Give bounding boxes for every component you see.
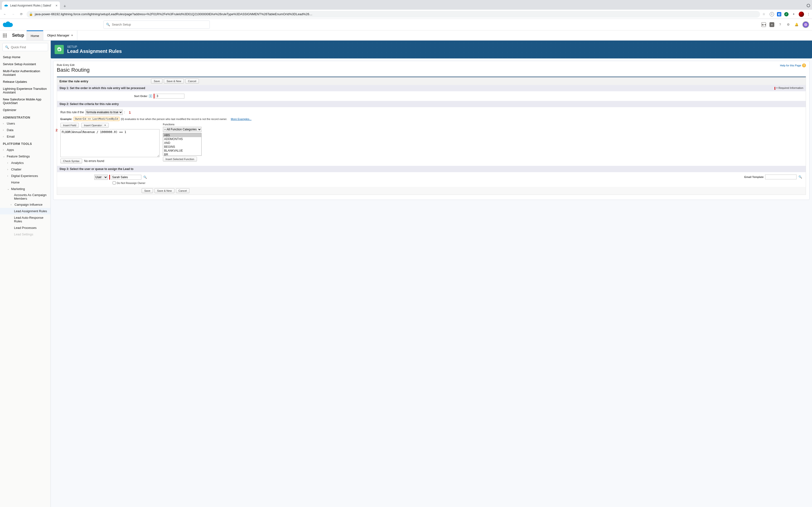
lookup-icon[interactable]: 🔍 bbox=[798, 175, 802, 179]
rule-title: Basic Routing bbox=[57, 67, 90, 73]
criteria-type-select[interactable]: formula evaluates to true bbox=[85, 110, 123, 115]
sidebar-item-analytics[interactable]: ›Analytics bbox=[0, 160, 51, 166]
run-rule-label: Run this rule if the bbox=[60, 111, 84, 114]
email-template-label: Email Template bbox=[744, 175, 764, 178]
help-link[interactable]: Help for this Page ? bbox=[780, 63, 806, 67]
formula-textarea[interactable]: FLOOR(AnnualRevenue / 1000000.0) == 1 bbox=[60, 129, 159, 157]
insert-field-button[interactable]: Insert Field bbox=[60, 123, 79, 128]
chrome-menu-icon[interactable]: ⋮ bbox=[807, 12, 810, 16]
info-extension-icon[interactable]: i bbox=[770, 12, 774, 16]
tab-object-manager[interactable]: Object Manager▼ bbox=[43, 31, 77, 40]
back-button[interactable]: ← bbox=[2, 11, 8, 17]
insert-selected-function-button[interactable]: Insert Selected Function bbox=[163, 157, 197, 162]
save-new-button-bottom[interactable]: Save & New bbox=[154, 188, 174, 193]
quick-find-placeholder: Quick Find bbox=[11, 45, 26, 49]
assign-user-input[interactable] bbox=[111, 175, 141, 180]
help-icon: ? bbox=[802, 63, 806, 67]
sidebar-item-campaign-influence[interactable]: ›Campaign Influence bbox=[0, 201, 51, 208]
function-item[interactable]: AND bbox=[163, 141, 201, 145]
page-eyebrow: SETUP bbox=[67, 45, 122, 49]
breadcrumb: Rule Entry Edit bbox=[57, 63, 90, 66]
save-new-button[interactable]: Save & New bbox=[164, 79, 184, 83]
sidebar-item-data[interactable]: ›Data bbox=[0, 127, 51, 133]
extensions-puzzle-icon[interactable]: ✦ bbox=[792, 12, 796, 16]
quick-find-input[interactable]: 🔍 Quick Find bbox=[2, 43, 48, 51]
chevron-down-icon: ▼ bbox=[103, 124, 106, 126]
save-button-bottom[interactable]: Save bbox=[142, 188, 153, 193]
reload-button[interactable]: ⟳ bbox=[18, 11, 24, 17]
save-button[interactable]: Save bbox=[151, 79, 162, 83]
sidebar-item-marketing[interactable]: ⌄Marketing bbox=[0, 186, 51, 192]
new-tab-button[interactable]: + bbox=[61, 3, 68, 10]
function-item[interactable]: ADDMONTHS bbox=[163, 137, 201, 141]
sidebar-item[interactable]: Service Setup Assistant bbox=[0, 61, 51, 68]
email-template-input[interactable] bbox=[765, 175, 797, 179]
section-enter-rule: Enter the rule entry Save Save & New Can… bbox=[57, 77, 806, 85]
assign-type-select[interactable]: User bbox=[94, 175, 108, 180]
sidebar-item[interactable]: Optimizer bbox=[0, 107, 51, 113]
sort-order-input[interactable] bbox=[155, 94, 185, 99]
check-syntax-button[interactable]: Check Syntax bbox=[60, 159, 82, 163]
search-icon: 🔍 bbox=[106, 23, 110, 26]
help-icon[interactable]: ? bbox=[778, 22, 782, 27]
browser-tab[interactable]: Lead Assignment Rules | Salesf × bbox=[2, 1, 60, 10]
do-not-reassign-checkbox[interactable] bbox=[113, 181, 116, 184]
sidebar-item-lead-auto-response[interactable]: Lead Auto-Response Rules bbox=[0, 214, 51, 225]
account-indicator[interactable] bbox=[807, 4, 810, 7]
cancel-button[interactable]: Cancel bbox=[185, 79, 199, 83]
function-list[interactable]: ABS ADDMONTHS AND BEGINS BLANKVALUE BR bbox=[163, 133, 202, 156]
sidebar-item-digital-experiences[interactable]: ›Digital Experiences bbox=[0, 173, 51, 179]
lookup-icon[interactable]: 🔍 bbox=[143, 175, 147, 179]
sidebar-item-lead-settings[interactable]: Lead Settings bbox=[0, 231, 51, 237]
sidebar-item-lead-processes[interactable]: Lead Processes bbox=[0, 225, 51, 231]
function-item[interactable]: BR bbox=[163, 153, 201, 156]
salesforce-logo[interactable] bbox=[3, 21, 13, 28]
sidebar-item-lead-assignment-rules[interactable]: Lead Assignment Rules bbox=[0, 208, 51, 214]
favorites-button[interactable]: ★▾ bbox=[761, 22, 766, 27]
global-search[interactable]: 🔍 Search Setup bbox=[103, 20, 210, 29]
cancel-button-bottom[interactable]: Cancel bbox=[176, 188, 190, 193]
sidebar-item-chatter[interactable]: ›Chatter bbox=[0, 166, 51, 173]
page-title: Lead Assignment Rules bbox=[67, 49, 122, 54]
function-category-select[interactable]: -- All Function Categories -- bbox=[163, 127, 202, 132]
star-icon[interactable]: ☆ bbox=[762, 12, 765, 16]
extension-icon-blue[interactable]: ◧ bbox=[777, 12, 781, 16]
chevron-right-icon: › bbox=[7, 168, 10, 171]
function-item[interactable]: BLANKVALUE bbox=[163, 149, 201, 153]
function-item[interactable]: ABS bbox=[163, 133, 201, 137]
sidebar-item-email[interactable]: ›Email bbox=[0, 133, 51, 140]
sidebar-item-accounts-campaign[interactable]: Accounts As Campaign Members bbox=[0, 192, 51, 201]
insert-operator-button[interactable]: Insert Operator▼ bbox=[81, 123, 109, 128]
forward-button: → bbox=[10, 11, 16, 17]
global-add-button[interactable]: + bbox=[769, 22, 774, 27]
svg-point-0 bbox=[804, 23, 807, 26]
notifications-icon[interactable]: 🔔 bbox=[794, 22, 799, 27]
extension-icon-green[interactable]: ✓ bbox=[784, 12, 789, 16]
tab-home[interactable]: Home bbox=[27, 31, 43, 40]
browser-tab-strip: Lead Assignment Rules | Salesf × + bbox=[0, 0, 812, 10]
sidebar-item-feature-settings[interactable]: ⌄Feature Settings bbox=[0, 153, 51, 160]
info-icon[interactable]: i bbox=[149, 95, 152, 98]
app-launcher-icon[interactable] bbox=[0, 31, 10, 40]
sidebar-item[interactable]: Release Updates bbox=[0, 78, 51, 85]
chevron-down-icon: ⌄ bbox=[7, 187, 10, 190]
sidebar-item-users[interactable]: ›Users bbox=[0, 120, 51, 127]
sidebar-item[interactable]: Multi-Factor Authentication Assistant bbox=[0, 68, 51, 78]
sidebar-item[interactable]: Lightning Experience Transition Assistan… bbox=[0, 85, 51, 96]
sidebar-item[interactable]: Setup Home bbox=[0, 54, 51, 61]
browser-toolbar: ← → ⟳ 🔒 java-power-66192.lightning.force… bbox=[0, 10, 812, 19]
close-icon[interactable]: × bbox=[56, 4, 57, 7]
chevron-right-icon: › bbox=[3, 122, 5, 125]
address-bar[interactable]: 🔒 java-power-66192.lightning.force.com/l… bbox=[27, 11, 760, 18]
more-examples-link[interactable]: More Examples... bbox=[231, 118, 252, 120]
example-label: Example: bbox=[60, 118, 72, 120]
sidebar-item[interactable]: New Salesforce Mobile App QuickStart bbox=[0, 96, 51, 107]
sidebar-item-apps[interactable]: ›Apps bbox=[0, 147, 51, 153]
user-avatar[interactable] bbox=[802, 21, 809, 28]
example-text: {0} evaluates to true when the person wh… bbox=[121, 118, 227, 120]
sidebar-item-home[interactable]: Home bbox=[0, 179, 51, 186]
setup-gear-icon[interactable]: ⚙ bbox=[786, 22, 791, 27]
profile-avatar[interactable] bbox=[799, 12, 804, 17]
url-text: java-power-66192.lightning.force.com/lig… bbox=[35, 12, 312, 16]
function-item[interactable]: BEGINS bbox=[163, 145, 201, 149]
